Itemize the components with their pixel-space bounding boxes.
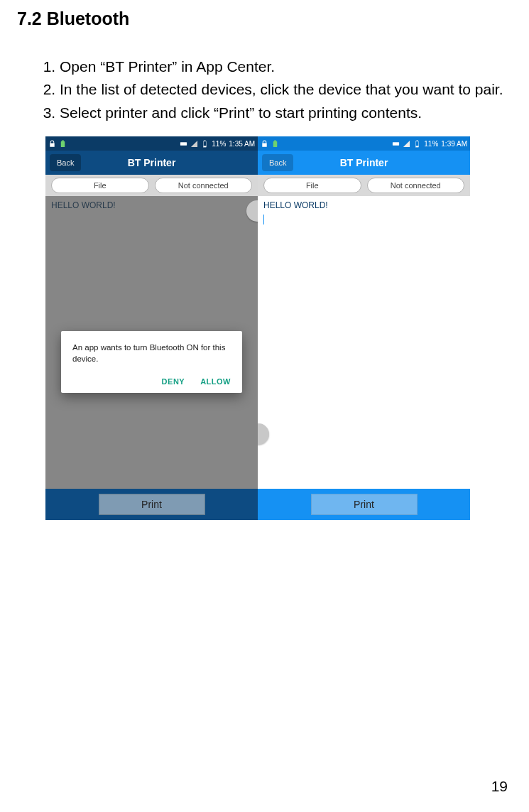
- signal-icon: [190, 140, 198, 148]
- step-item: Select printer and click “Print” to star…: [60, 102, 512, 124]
- scroll-handle[interactable]: [258, 423, 269, 445]
- toolbar-row: File Not connected: [45, 175, 258, 196]
- clock-time: 1:39 AM: [441, 140, 467, 148]
- bluetooth-permission-dialog: An app wants to turn Bluetooth ON for th…: [61, 331, 242, 393]
- app-header: Back BT Printer: [45, 151, 258, 175]
- battery-level-icon: [201, 140, 209, 148]
- section-heading: 7.2 Bluetooth: [17, 9, 512, 29]
- svg-rect-8: [393, 142, 399, 146]
- allow-button[interactable]: ALLOW: [200, 377, 231, 386]
- svg-rect-1: [62, 140, 64, 141]
- phone-screenshot-left: 11% 1:35 AM Back BT Printer File Not con…: [45, 136, 258, 520]
- connection-status-button[interactable]: Not connected: [155, 178, 253, 193]
- print-button[interactable]: Print: [311, 494, 418, 515]
- app-title: BT Printer: [340, 157, 388, 168]
- step-item: In the list of detected devices, click t…: [60, 79, 512, 100]
- page-number: 19: [491, 778, 508, 795]
- svg-rect-6: [273, 141, 278, 147]
- deny-button[interactable]: DENY: [162, 377, 185, 386]
- status-bar: 11% 1:35 AM: [45, 136, 258, 151]
- svg-rect-10: [416, 146, 419, 147]
- step-item: Open “BT Printer” in App Center.: [60, 56, 512, 77]
- back-button[interactable]: Back: [262, 154, 293, 171]
- svg-rect-0: [61, 141, 65, 147]
- signal-icon: [403, 140, 410, 148]
- back-button[interactable]: Back: [50, 154, 81, 171]
- clock-time: 1:35 AM: [229, 140, 255, 148]
- text-caret: [263, 215, 470, 224]
- battery-level-icon: [413, 140, 421, 148]
- battery-percent: 11%: [424, 140, 438, 148]
- app-title: BT Printer: [128, 157, 176, 168]
- app-footer: Print: [258, 489, 470, 520]
- battery-icon: [59, 140, 67, 148]
- toolbar-row: File Not connected: [258, 175, 470, 196]
- svg-rect-5: [204, 140, 206, 141]
- connection-status-button[interactable]: Not connected: [367, 178, 465, 193]
- print-button[interactable]: Print: [99, 494, 205, 515]
- app-footer: Print: [45, 489, 258, 520]
- phone-screenshot-right: 11% 1:39 AM Back BT Printer File Not con…: [258, 136, 470, 520]
- screenshots-row: 11% 1:35 AM Back BT Printer File Not con…: [45, 136, 512, 520]
- svg-rect-11: [417, 140, 418, 141]
- file-button[interactable]: File: [263, 178, 361, 193]
- steps-list: Open “BT Printer” in App Center. In the …: [17, 56, 512, 124]
- content-area[interactable]: HELLO WORLD!: [258, 196, 470, 489]
- file-button[interactable]: File: [51, 178, 149, 193]
- svg-rect-4: [204, 146, 207, 147]
- keyboard-icon: [392, 140, 400, 148]
- svg-rect-2: [180, 142, 187, 146]
- dialog-text: An app wants to turn Bluetooth ON for th…: [72, 342, 231, 364]
- lock-icon: [261, 140, 268, 148]
- status-bar: 11% 1:39 AM: [258, 136, 470, 151]
- keyboard-icon: [180, 140, 187, 148]
- battery-icon: [271, 140, 279, 148]
- svg-rect-7: [274, 140, 276, 141]
- content-area[interactable]: HELLO WORLD! An app wants to turn Blueto…: [45, 196, 258, 489]
- battery-percent: 11%: [212, 140, 226, 148]
- lock-icon: [48, 140, 56, 148]
- content-text: HELLO WORLD!: [258, 196, 470, 215]
- app-header: Back BT Printer: [258, 151, 470, 175]
